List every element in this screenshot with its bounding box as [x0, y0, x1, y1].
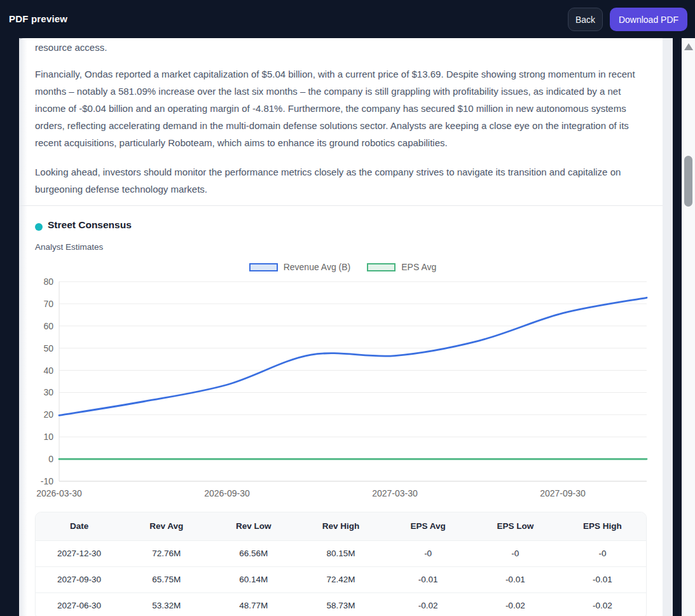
scrollbar-track[interactable] [682, 38, 695, 616]
legend-swatch [249, 263, 278, 271]
axis-tick-label: 2027-03-30 [372, 488, 418, 498]
axis-tick-label: 50 [43, 343, 53, 353]
axis-tick-label: 70 [43, 299, 53, 309]
table-cell: 72.42M [297, 566, 384, 592]
page-left-shadow [19, 38, 27, 616]
table-cell: 60.14M [210, 566, 297, 592]
axis-tick-label: 30 [43, 387, 53, 397]
axis-tick-label: 60 [43, 321, 53, 331]
table-header-cell: EPS High [559, 512, 646, 540]
top-bar: PDF preview Back Download PDF [0, 0, 695, 38]
legend-item: Revenue Avg (B) [249, 262, 351, 272]
table-cell: 53.32M [123, 592, 210, 616]
analyst-estimates-line-chart: 80706050403020100-102026-03-302026-09-30… [35, 278, 652, 502]
legend-item: EPS Avg [367, 262, 436, 272]
table-cell: 58.73M [297, 592, 384, 616]
paragraph-financials: Financially, Ondas reported a market cap… [35, 65, 650, 151]
table-cell: -0.02 [472, 592, 559, 616]
table-row: 2027-09-3065.75M60.14M72.42M-0.01-0.01-0… [36, 566, 646, 592]
table-cell: 48.77M [210, 592, 297, 616]
table-header-cell: Date [36, 512, 123, 540]
table-header-cell: Rev High [297, 512, 384, 540]
axis-tick-label: 80 [43, 278, 53, 287]
legend-label: EPS Avg [401, 262, 436, 272]
table-cell: -0.01 [559, 566, 646, 592]
axis-tick-label: 2027-09-30 [540, 488, 586, 498]
section-bullet-dot [35, 223, 43, 231]
table-header-cell: EPS Low [472, 512, 559, 540]
table-cell: 66.56M [210, 540, 297, 566]
page-title: PDF preview [9, 13, 67, 24]
axis-tick-label: 2026-03-30 [36, 488, 82, 498]
table-cell: -0.02 [385, 592, 472, 616]
axis-tick-label: 40 [43, 366, 53, 376]
scrollbar-thumb[interactable] [684, 156, 692, 207]
legend-label: Revenue Avg (B) [284, 262, 351, 272]
table-cell: 65.75M [123, 566, 210, 592]
chart-legend: Revenue Avg (B)EPS Avg [35, 262, 650, 272]
paragraph-outlook: Looking ahead, investors should monitor … [35, 163, 650, 198]
table-row: 2027-06-3053.32M48.77M58.73M-0.02-0.02-0… [36, 592, 646, 616]
table-header-cell: EPS Avg [385, 512, 472, 540]
table-cell: -0.02 [559, 592, 646, 616]
download-pdf-button[interactable]: Download PDF [610, 8, 687, 31]
axis-tick-label: 20 [43, 409, 53, 420]
table-header-cell: Rev Avg [123, 512, 210, 540]
chart-subtitle: Analyst Estimates [35, 242, 103, 252]
scroll-up-arrow-icon[interactable] [684, 43, 693, 50]
table-cell: -0.01 [385, 566, 472, 592]
analyst-estimates-table: DateRev AvgRev LowRev HighEPS AvgEPS Low… [35, 512, 647, 616]
table-header-cell: Rev Low [210, 512, 297, 540]
table-cell: 2027-06-30 [36, 592, 123, 616]
axis-tick-label: 10 [43, 432, 53, 442]
axis-tick-label: 2026-09-30 [204, 488, 250, 498]
table-cell: 2027-09-30 [36, 566, 123, 592]
back-button[interactable]: Back [568, 8, 603, 31]
table-header-row: DateRev AvgRev LowRev HighEPS AvgEPS Low… [36, 512, 646, 540]
line-chart-svg: 80706050403020100-102026-03-302026-09-30… [35, 278, 652, 502]
table-cell: -0 [385, 540, 472, 566]
section-divider [19, 205, 663, 206]
clipped-paragraph-line: resource access. [35, 39, 650, 56]
axis-tick-label: -10 [41, 476, 53, 486]
table-cell: 2027-12-30 [36, 540, 123, 566]
table-cell: -0.01 [472, 566, 559, 592]
app-viewport: PDF preview Back Download PDF resource a… [0, 0, 695, 616]
table-cell: -0 [559, 540, 646, 566]
table-cell: 72.76M [123, 540, 210, 566]
table-row: 2027-12-3072.76M66.56M80.15M-0-0-0 [36, 540, 646, 566]
table-cell: -0 [472, 540, 559, 566]
series-line-revenue-avg-b [59, 298, 647, 415]
axis-tick-label: 0 [48, 454, 53, 464]
section-title: Street Consensus [48, 219, 132, 231]
legend-swatch [367, 263, 396, 271]
pdf-preview-page: resource access. Financially, Ondas repo… [19, 38, 673, 616]
inner-scrollbar-track [663, 38, 673, 616]
table-cell: 80.15M [297, 540, 384, 566]
